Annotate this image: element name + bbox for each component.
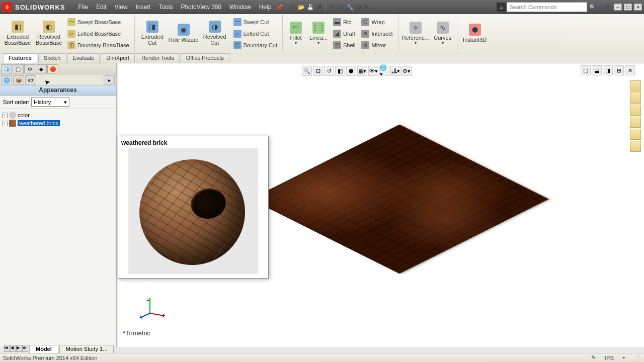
fillet-button[interactable]: ◠Fillet▾ <box>285 15 307 51</box>
menu-window[interactable]: Window <box>225 4 255 11</box>
view-settings-icon[interactable]: ⚙▾ <box>401 66 412 76</box>
model-plane[interactable] <box>254 114 535 280</box>
apply-scene-icon[interactable]: 🏞▾ <box>390 66 400 76</box>
boundary-boss-button[interactable]: ◫Boundary Boss/Base <box>66 40 130 51</box>
tree-item-weathered-brick[interactable]: + weathered brick <box>2 119 114 127</box>
f-button[interactable]: F... <box>364 3 373 12</box>
tab-features[interactable]: Features <box>3 53 37 63</box>
select-icon[interactable]: ▭ <box>337 3 346 12</box>
zoom-area-icon[interactable]: ⊡ <box>313 66 323 76</box>
search-input[interactable]: Search Commands <box>507 2 587 12</box>
open-icon[interactable]: 📂 <box>297 3 306 12</box>
view-orientation-icon[interactable]: ⬢ <box>346 66 356 76</box>
curves-button[interactable]: ∿Curves▾ <box>431 15 455 51</box>
file-explorer-tab-icon[interactable] <box>630 105 641 116</box>
swept-boss-button[interactable]: 〰Swept Boss/Base <box>66 17 130 28</box>
hole-wizard-button[interactable]: ◉Hole Wizard <box>168 15 199 51</box>
lofted-cut-button[interactable]: ▱Lofted Cut <box>232 28 278 39</box>
mirror-button[interactable]: ⧉Mirror <box>360 40 393 51</box>
fm-tab-icon[interactable]: 🧊 <box>1 64 12 73</box>
viewport-close-icon[interactable]: ✕ <box>625 65 635 75</box>
dimxpert-tab-icon[interactable]: ◆ <box>36 64 47 73</box>
help-icon[interactable]: ? <box>603 3 612 12</box>
display-tab-icon[interactable]: 🔴 <box>47 64 58 73</box>
menu-help[interactable]: Help <box>255 4 276 11</box>
property-tab-icon[interactable]: 📋 <box>13 64 24 73</box>
save-icon[interactable]: 💾 <box>306 3 315 12</box>
edit-appearance-icon[interactable]: 🌐▾ <box>379 66 389 76</box>
previous-view-icon[interactable]: ↺ <box>324 66 334 76</box>
undo-icon[interactable]: ↶ <box>328 3 337 12</box>
viewport-single-icon[interactable]: ▢ <box>581 65 591 75</box>
status-units[interactable]: IPS <box>605 355 614 361</box>
tab-office-products[interactable]: Office Products <box>181 53 229 63</box>
scene-subtab-icon[interactable]: 📦 <box>13 75 24 84</box>
linear-pattern-button[interactable]: ⋮⋮Linea...▾ <box>307 15 330 51</box>
menu-insert[interactable]: Insert <box>131 4 154 11</box>
search-go-icon[interactable]: 🔍 <box>588 3 597 12</box>
extruded-cut-button[interactable]: ◨Extruded Cut <box>137 15 168 51</box>
decal-subtab-icon[interactable]: 🏷 <box>25 75 36 84</box>
appearance-subtab-icon[interactable]: 🌐 <box>1 75 12 84</box>
instant3d-button[interactable]: ⬢Instant3D <box>459 15 491 51</box>
sort-order-select[interactable]: History▾ <box>31 98 69 107</box>
revolved-cut-button[interactable]: ◑Revolved Cut <box>199 15 230 51</box>
new-icon[interactable]: 🗋 <box>288 3 297 12</box>
viewport-4-icon[interactable]: ⊞ <box>614 65 624 75</box>
view-palette-tab-icon[interactable] <box>630 117 641 128</box>
menu-file[interactable]: File <box>74 4 92 11</box>
y-axis-icon <box>149 298 150 313</box>
expand-icon[interactable]: + <box>2 113 8 118</box>
display-style-icon[interactable]: ▦▾ <box>357 66 367 76</box>
status-edit-icon[interactable]: ✎ <box>591 354 596 361</box>
tab-nav-first-icon[interactable]: ⏮ <box>4 345 10 352</box>
close-button[interactable]: ✕ <box>634 4 642 11</box>
tab-dimxpert[interactable]: DimXpert <box>101 53 135 63</box>
menu-tools[interactable]: Tools <box>154 4 177 11</box>
section-view-icon[interactable]: ◧ <box>335 66 345 76</box>
custom-props-tab-icon[interactable] <box>630 141 641 152</box>
tab-nav-next-icon[interactable]: ▶ <box>16 345 22 352</box>
menu-view[interactable]: View <box>111 4 132 11</box>
menu-edit[interactable]: Edit <box>92 4 111 11</box>
extruded-boss-button[interactable]: ◧Extruded Boss/Base <box>2 15 33 51</box>
resources-tab-icon[interactable] <box>630 80 641 92</box>
tree-item-color[interactable]: + color <box>2 111 114 119</box>
zoom-fit-icon[interactable]: 🔍 <box>302 66 312 76</box>
appearances-tab-icon[interactable] <box>630 129 641 140</box>
revolved-boss-button[interactable]: ◐Revolved Boss/Base <box>33 15 64 51</box>
tab-nav-prev-icon[interactable]: ◀ <box>10 345 16 352</box>
sw-search-icon[interactable]: ⌕ <box>497 3 506 12</box>
intersect-button[interactable]: ⊗Intersect <box>360 28 393 39</box>
lofted-boss-button[interactable]: ▱Lofted Boss/Base <box>66 28 130 39</box>
draft-button[interactable]: ◢Draft <box>332 28 356 39</box>
units-chevron-icon[interactable]: ▾ <box>623 355 625 360</box>
help-pin-icon[interactable]: 📌 <box>275 3 284 12</box>
rebuild-icon[interactable]: 🔧 <box>346 3 355 12</box>
wrap-button[interactable]: ⬡Wrap <box>360 17 393 28</box>
hide-show-icon[interactable]: 👁▾ <box>368 66 378 76</box>
reference-geometry-button[interactable]: ✧Referenc...▾ <box>400 15 431 51</box>
panel-menu-icon[interactable]: ▸ <box>104 75 115 84</box>
viewport-2h-icon[interactable]: ⬓ <box>592 65 602 75</box>
boundary-cut-button[interactable]: ◫Boundary Cut <box>232 40 278 51</box>
print-icon[interactable]: 🖶 <box>315 3 324 12</box>
tab-sketch[interactable]: Sketch <box>38 53 66 63</box>
options-icon[interactable]: ⚙ <box>355 3 364 12</box>
swept-cut-button[interactable]: 〰Swept Cut <box>232 17 278 28</box>
status-help-icon[interactable]: ❔ <box>634 354 641 361</box>
shell-button[interactable]: ◰Shell <box>332 40 356 51</box>
tab-nav-last-icon[interactable]: ⏭ <box>22 345 28 352</box>
minimize-button[interactable]: ─ <box>614 4 622 11</box>
config-tab-icon[interactable]: ⚙ <box>24 64 35 73</box>
design-library-tab-icon[interactable] <box>630 93 641 104</box>
rib-button[interactable]: ▬Rib <box>332 17 356 28</box>
expand-icon[interactable]: + <box>2 121 8 126</box>
viewport-2v-icon[interactable]: ◨ <box>603 65 613 75</box>
tab-render-tools[interactable]: Render Tools <box>136 53 180 63</box>
restore-button[interactable]: ▢ <box>624 4 632 11</box>
menu-photoview[interactable]: PhotoView 360 <box>177 4 225 11</box>
orientation-triad[interactable] <box>136 293 166 323</box>
graphics-viewport[interactable]: weathered brick *Trimetric <box>118 63 644 347</box>
tab-evaluate[interactable]: Evaluate <box>67 53 100 63</box>
